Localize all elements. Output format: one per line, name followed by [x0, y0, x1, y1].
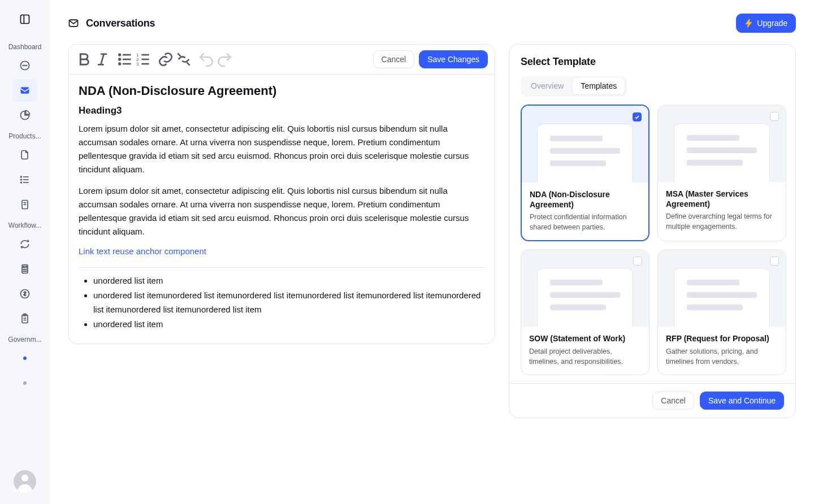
tab-overview[interactable]: Overview: [523, 78, 571, 94]
doc-unordered-list: unordered list item unordered list itemu…: [79, 273, 484, 331]
preview-doc-icon: [537, 268, 633, 327]
svg-point-22: [25, 271, 25, 272]
svg-rect-17: [23, 266, 27, 268]
svg-point-10: [21, 176, 22, 177]
template-panel: Select Template Overview Templates NDA (: [509, 44, 796, 418]
template-card[interactable]: MSA (Master Services Agreement) Define o…: [657, 105, 786, 242]
nav-section-government: Governm...: [5, 336, 45, 344]
redo-button[interactable]: [215, 50, 233, 68]
numbered-list-icon: 123: [134, 50, 152, 68]
template-checkbox[interactable]: [770, 257, 779, 266]
panel-continue-button[interactable]: Save and Continue: [700, 392, 784, 410]
calculator-icon: [19, 263, 31, 275]
svg-point-38: [119, 63, 120, 65]
mail-icon: [19, 85, 31, 96]
undo-button[interactable]: [197, 50, 215, 68]
editor-card: 123 Cancel Save Changes NDA (Non-Disc: [68, 44, 495, 344]
nav-billing[interactable]: [12, 283, 37, 305]
redo-icon: [215, 50, 233, 68]
list-item: unordered list item: [93, 273, 484, 288]
unlink-button[interactable]: [175, 50, 193, 68]
svg-point-12: [21, 182, 22, 183]
preview-doc-icon: [537, 124, 633, 183]
page-title: Conversations: [86, 18, 155, 29]
editor-save-button[interactable]: Save Changes: [419, 50, 488, 68]
nav-section-workflow: Workflow...: [5, 221, 45, 229]
doc-heading-2: NDA (Non-Disclosure Agreement): [79, 84, 484, 98]
svg-point-11: [21, 179, 22, 180]
nav-gov-2[interactable]: [12, 372, 37, 394]
link-button[interactable]: [157, 50, 175, 68]
tab-templates[interactable]: Templates: [573, 78, 625, 94]
unlink-icon: [175, 50, 193, 68]
doc-paragraph: Lorem ipsum dolor sit amet, consectetur …: [79, 122, 484, 176]
template-card[interactable]: NDA (Non-Disclosure Agreement) Protect c…: [521, 105, 650, 242]
template-card[interactable]: SOW (Statement of Work) Detail project d…: [521, 249, 650, 375]
panel-cancel-button[interactable]: Cancel: [652, 392, 694, 410]
nav-gov-1[interactable]: [12, 347, 37, 370]
italic-icon: [93, 50, 111, 68]
template-preview: [658, 250, 786, 327]
template-title: MSA (Master Services Agreement): [666, 189, 778, 209]
nav-file[interactable]: [12, 193, 37, 216]
nav-docs[interactable]: [12, 144, 37, 166]
bold-icon: [75, 50, 93, 68]
svg-point-3: [23, 65, 24, 66]
panel-title: Select Template: [521, 56, 784, 68]
svg-text:3: 3: [136, 62, 139, 67]
template-checkbox[interactable]: [633, 112, 642, 121]
refresh-icon: [19, 238, 31, 250]
pie-chart-icon: [19, 110, 31, 121]
nav-section-dashboard: Dashboard: [5, 43, 45, 51]
template-description: Gather solutions, pricing, and timelines…: [666, 346, 778, 367]
svg-line-32: [101, 54, 103, 65]
upgrade-button[interactable]: Upgrade: [736, 14, 796, 33]
svg-line-46: [187, 62, 189, 65]
template-title: SOW (Statement of Work): [529, 333, 641, 344]
svg-point-5: [26, 65, 27, 66]
template-card[interactable]: RFP (Request for Proposal) Gather soluti…: [657, 249, 786, 375]
nav-section-products: Products...: [5, 132, 45, 140]
lightning-icon: [744, 19, 754, 28]
editor-toolbar: 123 Cancel Save Changes: [68, 45, 495, 75]
nav-list[interactable]: [12, 168, 37, 191]
svg-point-36: [119, 54, 120, 56]
page-header: Conversations Upgrade: [68, 0, 796, 44]
nav-analytics[interactable]: [12, 104, 37, 127]
template-checkbox[interactable]: [633, 257, 642, 266]
template-preview: [658, 105, 786, 182]
italic-button[interactable]: [93, 50, 111, 68]
user-avatar[interactable]: [14, 470, 36, 493]
upgrade-label: Upgrade: [757, 19, 787, 27]
nav-calc[interactable]: [12, 258, 37, 280]
panel-tabs: Overview Templates: [521, 76, 627, 97]
doc-link[interactable]: Link text reuse anchor component: [79, 246, 206, 256]
chat-icon: [19, 60, 31, 71]
template-title: NDA (Non-Disclosure Agreement): [530, 189, 640, 210]
svg-rect-6: [21, 87, 29, 94]
svg-point-19: [25, 269, 25, 270]
nav-mail[interactable]: [12, 79, 37, 102]
svg-point-20: [26, 269, 27, 270]
svg-line-45: [177, 53, 180, 56]
editor-cancel-button[interactable]: Cancel: [373, 50, 415, 68]
app-logo-icon[interactable]: [19, 14, 31, 25]
nav-clipboard[interactable]: [12, 307, 37, 330]
template-preview: [522, 106, 648, 183]
link-icon: [157, 50, 175, 68]
bullet-list-icon: [116, 50, 134, 68]
undo-icon: [197, 50, 215, 68]
nav-chat[interactable]: [12, 54, 37, 77]
list-icon: [19, 174, 31, 185]
bullet-list-button[interactable]: [116, 50, 134, 68]
template-description: Define overarching legal terms for multi…: [666, 211, 778, 232]
nav-sync[interactable]: [12, 233, 37, 255]
template-description: Detail project deliverables, timelines, …: [529, 346, 641, 367]
template-checkbox[interactable]: [770, 112, 779, 121]
bold-button[interactable]: [75, 50, 93, 68]
dot-icon: [23, 381, 27, 385]
numbered-list-button[interactable]: 123: [134, 50, 152, 68]
template-preview: [521, 250, 649, 327]
svg-point-18: [23, 269, 24, 270]
editor-body[interactable]: NDA (Non-Disclosure Agreement) Heading3 …: [68, 75, 495, 344]
